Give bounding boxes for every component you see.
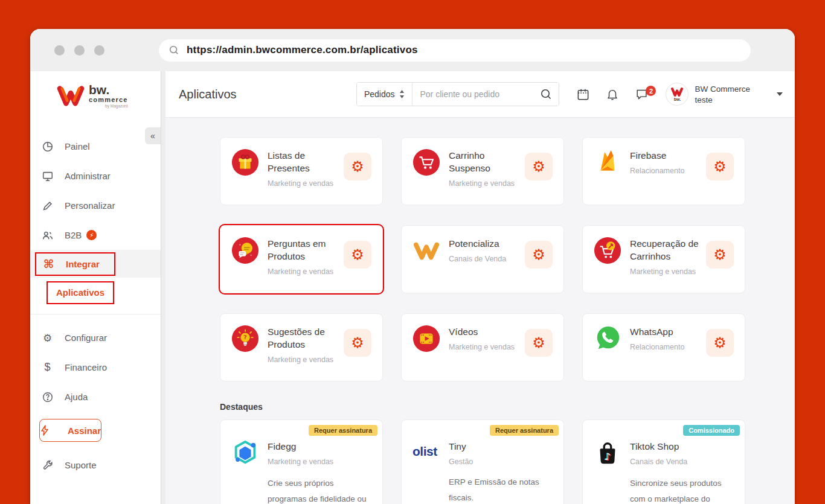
logo-main-text: bw. (89, 83, 128, 96)
apps-grid: Listas de Presentes Marketing e vendas ⚙ (220, 137, 795, 381)
account-menu[interactable]: bw. BW Commerce teste (666, 83, 750, 106)
app-description: Sincronize seus produtos com o marketpla… (630, 476, 734, 504)
sidebar-item-painel[interactable]: Painel (30, 132, 161, 161)
whatsapp-icon (594, 325, 621, 352)
app-settings-button[interactable]: ⚙ (344, 241, 371, 269)
potencializa-w-icon (412, 237, 440, 264)
app-card-firebase[interactable]: Firebase Relacionamento ⚙ (582, 137, 745, 205)
svg-text:?: ? (243, 334, 247, 340)
sidebar-nav: Painel Administrar Personalizar (30, 132, 161, 480)
sidebar-item-b2b[interactable]: B2B ⚡ (30, 220, 161, 250)
sidebar-item-ajuda[interactable]: Ajuda (30, 382, 161, 412)
app-settings-button[interactable]: ⚙ (525, 329, 553, 357)
sidebar-scrollbar[interactable] (161, 71, 165, 504)
unread-count-badge: 2 (646, 86, 656, 96)
account-name: BW Commerce (695, 85, 750, 94)
cart-recovery-icon (594, 237, 621, 264)
apps-content: Listas de Presentes Marketing e vendas ⚙ (165, 118, 795, 504)
assinar-button[interactable]: Assinar (39, 419, 101, 442)
app-card-videos[interactable]: Vídeos Marketing e vendas ⚙ (401, 313, 564, 381)
question-bubbles-icon (231, 237, 259, 264)
search-filter-select[interactable]: Pedidos (357, 83, 413, 106)
window-controls[interactable] (54, 45, 104, 56)
app-settings-button[interactable]: ⚙ (525, 153, 553, 180)
destaques-heading: Destaques (220, 402, 795, 412)
logo-sub-text: commerce (89, 97, 128, 103)
browser-chrome: https://admin.bwcommerce.com.br/aplicati… (30, 29, 795, 71)
brand-logo[interactable]: bw. commerce by Magazord (30, 71, 161, 121)
gear-icon: ⚙ (40, 332, 55, 344)
app-settings-button[interactable]: ⚙ (706, 153, 734, 180)
app-settings-button[interactable]: ⚙ (706, 241, 734, 269)
olist-logo: olist (412, 444, 440, 459)
feature-card-tiktok-shop[interactable]: Comissionado ♪ ♪ ♪ Tiktok Shop (582, 419, 745, 504)
sort-arrows-icon (399, 90, 405, 98)
sidebar: bw. commerce by Magazord « Painel (30, 71, 161, 504)
avatar: bw. (666, 83, 689, 106)
app-settings-button[interactable]: ⚙ (706, 329, 734, 357)
app-description: Crie seus próprios programas de fidelida… (268, 476, 371, 504)
address-bar[interactable]: https://admin.bwcommerce.com.br/aplicati… (159, 39, 751, 62)
notifications-button[interactable] (606, 88, 619, 101)
caret-down-icon[interactable] (777, 92, 783, 96)
b2b-lightning-badge: ⚡ (86, 230, 97, 240)
window-dot[interactable] (54, 45, 65, 56)
app-settings-button[interactable]: ⚙ (344, 153, 371, 180)
sidebar-item-configurar[interactable]: ⚙ Configurar (30, 323, 161, 352)
fidegg-icon (231, 439, 259, 467)
monitor-icon (40, 170, 55, 182)
app-settings-button[interactable]: ⚙ (525, 241, 553, 269)
app-card-whatsapp[interactable]: WhatsApp Relacionamento ⚙ (582, 313, 745, 381)
feature-card-tiny[interactable]: Requer assinatura olist Tiny Gestão ERP … (401, 419, 564, 504)
sidebar-divider (30, 314, 161, 314)
window-dot[interactable] (94, 45, 104, 56)
commissioned-badge: Comissionado (683, 425, 740, 436)
topbar: Aplicativos Pedidos (165, 71, 795, 118)
destaques-grid: Requer assinatura Fidegg Marketing e ven… (220, 419, 795, 504)
app-card-listas-de-presentes[interactable]: Listas de Presentes Marketing e vendas ⚙ (220, 137, 383, 205)
page-title: Aplicativos (179, 88, 237, 101)
bw-w-icon (57, 85, 85, 107)
sidebar-item-personalizar[interactable]: Personalizar (30, 191, 161, 220)
messages-button[interactable]: 2 (635, 88, 649, 101)
firebase-flame-icon (594, 148, 621, 176)
integrar-annotation-box: ⌘ Integrar (35, 252, 115, 276)
calendar-icon (576, 88, 590, 101)
search-icon (169, 45, 179, 56)
calendar-button[interactable] (576, 88, 590, 101)
help-icon (40, 391, 55, 403)
browser-window: https://admin.bwcommerce.com.br/aplicati… (30, 29, 795, 504)
search-submit-button[interactable] (533, 83, 559, 106)
sidebar-item-suporte[interactable]: Suporte (30, 450, 161, 480)
sidebar-item-financeiro[interactable]: $ Financeiro (30, 352, 161, 382)
sidebar-collapse-button[interactable]: « (145, 127, 161, 144)
requires-subscription-badge: Requer assinatura (309, 425, 377, 436)
requires-subscription-badge: Requer assinatura (490, 425, 559, 436)
pie-chart-icon (40, 141, 55, 153)
app-card-perguntas-em-produtos[interactable]: Perguntas em Produtos Marketing e vendas… (220, 225, 383, 293)
order-search: Pedidos (356, 82, 560, 106)
svg-text:♪: ♪ (605, 451, 611, 462)
sidebar-item-aplicativos[interactable]: Aplicativos (47, 281, 114, 304)
app-card-recuperacao-de-carrinhos[interactable]: Recuperação de Carrinhos Marketing e ven… (582, 225, 745, 293)
video-player-icon (412, 325, 440, 352)
sidebar-item-administrar[interactable]: Administrar (30, 161, 161, 191)
app-settings-button[interactable]: ⚙ (344, 329, 371, 357)
pencil-icon (40, 200, 55, 212)
app-card-carrinho-suspenso[interactable]: Carrinho Suspenso Marketing e vendas ⚙ (401, 137, 564, 205)
bell-icon (606, 88, 619, 101)
search-icon (540, 88, 552, 100)
users-icon (40, 229, 55, 241)
lightning-icon (40, 425, 50, 436)
search-input[interactable] (412, 83, 533, 106)
app-card-sugestoes-de-produtos[interactable]: ? Sugestões de Produtos Marketing e vend… (220, 313, 383, 381)
app-card-potencializa[interactable]: Potencializa Canais de Venda ⚙ (401, 225, 564, 293)
url-text: https://admin.bwcommerce.com.br/aplicati… (187, 44, 418, 56)
lightbulb-icon: ? (231, 325, 259, 352)
tiktok-shop-icon: ♪ ♪ ♪ (594, 439, 621, 467)
feature-card-fidegg[interactable]: Requer assinatura Fidegg Marketing e ven… (220, 419, 383, 504)
window-dot[interactable] (74, 45, 85, 56)
sidebar-item-integrar[interactable]: ⌘ Integrar (30, 250, 161, 278)
cart-icon (412, 148, 440, 176)
wrench-icon (40, 459, 55, 471)
